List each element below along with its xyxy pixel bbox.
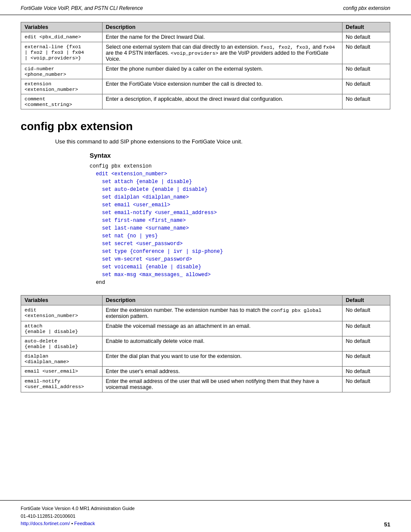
var-cell: attach {enable | disable}: [21, 321, 103, 336]
var-cell: edit <pbx_did_name>: [21, 32, 103, 42]
table-row: dialplan <dialplan_name> Enter the dial …: [21, 352, 390, 367]
var-cell: extension <extension_number>: [21, 79, 103, 94]
table-row: attach {enable | disable} Enable the voi…: [21, 321, 390, 336]
var-cell: auto-delete {enable | disable}: [21, 336, 103, 352]
desc-cell: Enter the user's email address.: [102, 367, 342, 376]
desc-cell: Enter the email address of the user that…: [102, 376, 342, 392]
desc-cell: Select one external system that can dial…: [102, 42, 342, 64]
table-row: email <user_email> Enter the user's emai…: [21, 367, 390, 376]
bottom-table-col-variables: Variables: [21, 296, 103, 305]
desc-cell: Enter the FortiGate Voice extension numb…: [102, 79, 342, 94]
code-line: set nat {no | yes}: [90, 232, 390, 240]
var-cell: external-line {fxo1 | fxo2 | fxo3 | fx04…: [21, 42, 103, 64]
code-line: set last-name <surname_name>: [90, 224, 390, 232]
default-cell: No default: [342, 352, 390, 367]
code-line: set vm-secret <user_password>: [90, 255, 390, 263]
desc-cell: Enter the name for the Direct Inward Dia…: [102, 32, 342, 42]
code-line: set max-msg <max_messages_ allowed>: [90, 271, 390, 279]
desc-cell: Enter a description, if applicable, abou…: [102, 94, 342, 109]
default-cell: No default: [342, 367, 390, 376]
section-intro: Use this command to add SIP phone extens…: [55, 138, 390, 145]
table-row: edit <extension_number> Enter the extens…: [21, 305, 390, 321]
header-right: config pbx extension: [343, 5, 390, 11]
main-content: Variables Description Default edit <pbx_…: [0, 22, 411, 392]
top-table-col-variables: Variables: [21, 22, 103, 32]
default-cell: No default: [342, 42, 390, 64]
code-line: edit <extension_number>: [90, 170, 390, 178]
desc-cell: Enter the dial plan that you want to use…: [102, 352, 342, 367]
code-line: set voicemail {enable | disable}: [90, 263, 390, 271]
footer-left: FortiGate Voice Version 4.0 MR1 Administ…: [21, 505, 135, 528]
code-line: set dialplan <dialplan_name>: [90, 193, 390, 201]
default-cell: No default: [342, 79, 390, 94]
var-cell: cid-number <phone_number>: [21, 64, 103, 79]
bottom-table-col-default: Default: [342, 296, 390, 305]
code-block: config pbx extension edit <extension_num…: [90, 162, 390, 286]
top-table: Variables Description Default edit <pbx_…: [21, 22, 390, 109]
code-line: set attach {enable | disable}: [90, 178, 390, 186]
feedback-link[interactable]: Feedback: [74, 521, 95, 526]
var-cell: dialplan <dialplan_name>: [21, 352, 103, 367]
var-cell: email <user_email>: [21, 367, 103, 376]
code-line: set email <user_email>: [90, 201, 390, 209]
table-row: extension <extension_number> Enter the F…: [21, 79, 390, 94]
table-row: cid-number <phone_number> Enter the phon…: [21, 64, 390, 79]
table-row: email-notify <user_email_address> Enter …: [21, 376, 390, 392]
var-cell: edit <extension_number>: [21, 305, 103, 321]
top-table-col-description: Description: [102, 22, 342, 32]
table-row: external-line {fxo1 | fxo2 | fxo3 | fx04…: [21, 42, 390, 64]
syntax-heading: Syntax: [90, 152, 390, 159]
var-cell: comment <comment_string>: [21, 94, 103, 109]
default-cell: No default: [342, 64, 390, 79]
footer-link[interactable]: http://docs.fortinet.com/: [21, 521, 70, 526]
code-line: end: [90, 279, 390, 286]
page-header: FortiGate Voice VoIP, PBX, and PSTN CLI …: [0, 0, 411, 15]
code-line: set auto-delete {enable | disable}: [90, 186, 390, 193]
top-table-col-default: Default: [342, 22, 390, 32]
default-cell: No default: [342, 94, 390, 109]
code-line: set email-notify <user_email_address>: [90, 209, 390, 217]
default-cell: No default: [342, 32, 390, 42]
page-footer: FortiGate Voice Version 4.0 MR1 Administ…: [0, 500, 411, 532]
section-title: config pbx extension: [21, 120, 390, 133]
default-cell: No default: [342, 305, 390, 321]
table-row: auto-delete {enable | disable} Enable to…: [21, 336, 390, 352]
header-left: FortiGate Voice VoIP, PBX, and PSTN CLI …: [21, 5, 143, 11]
code-line: set first-name <first_name>: [90, 217, 390, 224]
code-line: set secret <user_password>: [90, 240, 390, 248]
bottom-table-col-description: Description: [102, 296, 342, 305]
page-number: 51: [384, 521, 390, 528]
default-cell: No default: [342, 376, 390, 392]
var-cell: email-notify <user_email_address>: [21, 376, 103, 392]
desc-cell: Enter the phone number dialed by a calle…: [102, 64, 342, 79]
code-line: config pbx extension: [90, 162, 390, 170]
page-container: FortiGate Voice VoIP, PBX, and PSTN CLI …: [0, 0, 411, 532]
footer-doc-number: 01-410-112851-20100601: [21, 513, 75, 519]
code-line: set type {conference | ivr | sip-phone}: [90, 248, 390, 255]
desc-cell: Enable the voicemail message as an attac…: [102, 321, 342, 336]
footer-separator: •: [70, 521, 74, 526]
bottom-table: Variables Description Default edit <exte…: [21, 295, 390, 392]
footer-links: http://docs.fortinet.com/ • Feedback: [21, 520, 135, 528]
table-row: edit <pbx_did_name> Enter the name for t…: [21, 32, 390, 42]
desc-cell: Enter the extension number. The extensio…: [102, 305, 342, 321]
footer-line1: FortiGate Voice Version 4.0 MR1 Administ…: [21, 505, 135, 513]
table-row: comment <comment_string> Enter a descrip…: [21, 94, 390, 109]
desc-cell: Enable to automatically delete voice mai…: [102, 336, 342, 352]
footer-line2: 01-410-112851-20100601: [21, 513, 135, 520]
default-cell: No default: [342, 336, 390, 352]
default-cell: No default: [342, 321, 390, 336]
